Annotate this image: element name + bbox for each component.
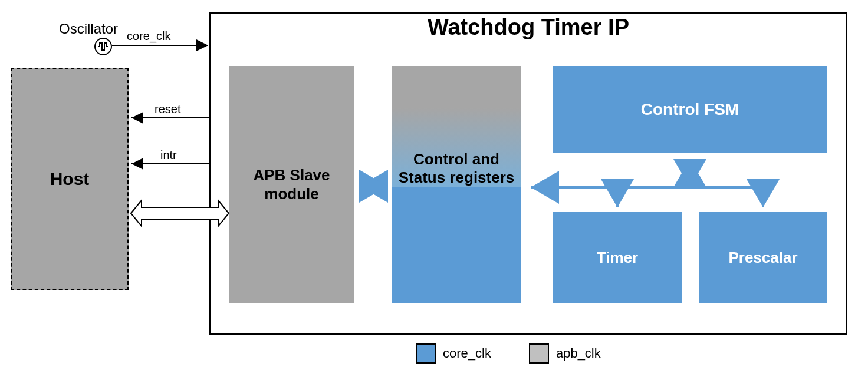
apb-label: APB (161, 207, 185, 221)
prescalar-block: Prescalar (699, 212, 827, 303)
oscillator-icon (94, 38, 112, 55)
intr-label: intr (160, 148, 177, 162)
diagram-canvas: Watchdog Timer IP Host APB Slave module … (0, 0, 868, 380)
timer-block: Timer (553, 212, 682, 303)
csr-label: Control and Status registers (392, 150, 521, 187)
legend-apb-clk-label: apb_clk (556, 346, 601, 361)
core-clk-label: core_clk (127, 29, 170, 43)
reset-label: reset (154, 103, 180, 116)
ip-title: Watchdog Timer IP (209, 15, 847, 40)
control-fsm-block: Control FSM (553, 66, 827, 153)
oscillator-label: Oscillator (59, 21, 118, 37)
legend-swatch-apb-clk (529, 343, 549, 364)
apb-slave-block: APB Slave module (229, 66, 354, 303)
host-block: Host (11, 68, 129, 290)
legend-core-clk-label: core_clk (443, 346, 491, 361)
legend: core_clk apb_clk (416, 343, 601, 364)
legend-swatch-core-clk (416, 343, 436, 364)
apb-slave-label: APB Slave module (229, 166, 354, 203)
